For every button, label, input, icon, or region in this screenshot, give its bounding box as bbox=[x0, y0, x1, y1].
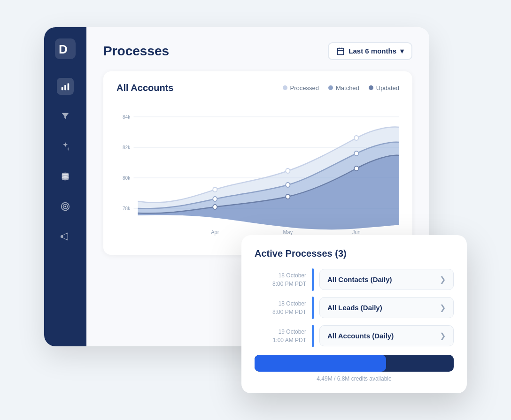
credits-text: 4.49M / 6.8M credits available bbox=[255, 375, 454, 382]
svg-point-25 bbox=[286, 183, 290, 187]
process-date-1: 18 October bbox=[255, 271, 306, 280]
process-date-2: 18 October bbox=[255, 299, 306, 308]
legend-matched-dot bbox=[328, 85, 333, 90]
chart-svg: 84k 82k 80k 78k bbox=[116, 103, 399, 244]
sidebar: D bbox=[44, 27, 86, 346]
page-header: Processes Last 6 months ▾ bbox=[103, 42, 412, 60]
chart-card: All Accounts Processed Matched Update bbox=[103, 71, 412, 255]
svg-point-23 bbox=[354, 136, 358, 140]
process-time-val-3: 1:00 AM PDT bbox=[255, 336, 306, 344]
process-item-2: 18 October 8:00 PM PDT All Leads (Daily)… bbox=[255, 297, 454, 319]
svg-point-29 bbox=[354, 166, 358, 171]
process-date-3: 19 October bbox=[255, 328, 306, 336]
process-accent-3 bbox=[312, 325, 314, 347]
date-filter-label: Last 6 months bbox=[348, 47, 396, 55]
sidebar-item-analytics[interactable] bbox=[57, 78, 74, 95]
process-time-3: 19 October 1:00 AM PDT bbox=[255, 328, 306, 344]
legend-updated-label: Updated bbox=[376, 84, 399, 92]
process-time-1: 18 October 8:00 PM PDT bbox=[255, 271, 306, 288]
legend-processed: Processed bbox=[283, 84, 319, 92]
sidebar-item-funnels[interactable] bbox=[57, 108, 74, 125]
scene: D bbox=[44, 27, 467, 393]
process-row-3[interactable]: All Accounts (Daily) ❯ bbox=[319, 325, 454, 346]
legend-processed-label: Processed bbox=[290, 84, 319, 92]
sidebar-item-ai[interactable] bbox=[57, 138, 74, 155]
app-logo: D bbox=[55, 38, 76, 61]
credits-bar-background bbox=[255, 355, 454, 372]
svg-text:78k: 78k bbox=[123, 205, 131, 211]
legend-matched-label: Matched bbox=[336, 84, 359, 92]
process-chevron-3: ❯ bbox=[440, 331, 446, 340]
svg-point-22 bbox=[286, 168, 290, 173]
process-accent-2 bbox=[312, 297, 314, 319]
process-item-3: 19 October 1:00 AM PDT All Accounts (Dai… bbox=[255, 325, 454, 347]
svg-text:D: D bbox=[59, 42, 68, 56]
process-chevron-1: ❯ bbox=[440, 275, 446, 284]
process-label-1: All Contacts (Daily) bbox=[327, 275, 392, 283]
legend-processed-dot bbox=[283, 85, 287, 90]
active-processes-title: Active Processes (3) bbox=[255, 248, 454, 259]
process-label-2: All Leads (Daily) bbox=[327, 304, 382, 312]
page-title: Processes bbox=[103, 44, 169, 59]
sidebar-item-campaigns[interactable] bbox=[57, 228, 74, 245]
legend-updated-dot bbox=[369, 85, 373, 90]
svg-text:84k: 84k bbox=[123, 114, 131, 120]
date-filter-chevron: ▾ bbox=[400, 47, 404, 55]
calendar-icon bbox=[336, 47, 345, 55]
credits-section: 4.49M / 6.8M credits available bbox=[255, 355, 454, 382]
process-item-1: 18 October 8:00 PM PDT All Contacts (Dai… bbox=[255, 268, 454, 291]
svg-rect-3 bbox=[64, 85, 66, 90]
svg-rect-2 bbox=[62, 87, 63, 90]
svg-point-21 bbox=[213, 187, 217, 192]
process-row-2[interactable]: All Leads (Daily) ❯ bbox=[319, 297, 454, 318]
svg-point-26 bbox=[354, 151, 358, 156]
sidebar-item-targets[interactable] bbox=[57, 198, 74, 215]
credits-bar-fill bbox=[255, 355, 386, 372]
svg-text:Apr: Apr bbox=[211, 229, 219, 235]
chart-title: All Accounts bbox=[116, 83, 174, 93]
svg-point-8 bbox=[65, 206, 66, 207]
legend-matched: Matched bbox=[328, 84, 359, 92]
chart-legend: Processed Matched Updated bbox=[283, 84, 399, 92]
process-time-val-2: 8:00 PM PDT bbox=[255, 308, 306, 316]
process-label-3: All Accounts (Daily) bbox=[327, 332, 394, 340]
svg-text:May: May bbox=[283, 229, 293, 235]
svg-rect-9 bbox=[338, 48, 344, 55]
process-time-val-1: 8:00 PM PDT bbox=[255, 280, 306, 288]
date-filter-button[interactable]: Last 6 months ▾ bbox=[328, 42, 412, 60]
process-accent-1 bbox=[312, 268, 314, 291]
process-row-1[interactable]: All Contacts (Daily) ❯ bbox=[319, 269, 454, 290]
chart-area: 84k 82k 80k 78k bbox=[116, 103, 399, 244]
svg-text:80k: 80k bbox=[123, 175, 131, 181]
process-time-2: 18 October 8:00 PM PDT bbox=[255, 299, 306, 316]
svg-point-27 bbox=[213, 205, 217, 209]
svg-point-28 bbox=[286, 194, 290, 199]
chart-header: All Accounts Processed Matched Update bbox=[116, 83, 399, 93]
svg-text:82k: 82k bbox=[123, 144, 131, 150]
svg-text:Jun: Jun bbox=[352, 229, 361, 235]
legend-updated: Updated bbox=[369, 84, 399, 92]
process-chevron-2: ❯ bbox=[440, 303, 446, 312]
sidebar-item-database[interactable] bbox=[57, 168, 74, 185]
sidebar-nav bbox=[57, 78, 74, 245]
svg-point-24 bbox=[213, 197, 217, 201]
svg-rect-4 bbox=[68, 83, 70, 90]
active-processes-card: Active Processes (3) 18 October 8:00 PM … bbox=[241, 235, 467, 393]
